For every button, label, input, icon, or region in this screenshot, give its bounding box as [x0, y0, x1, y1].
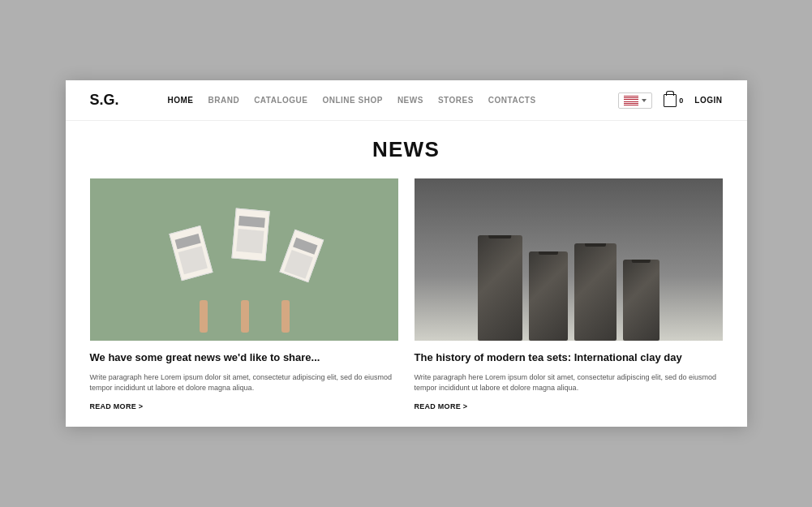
cart-count: 0 — [679, 97, 683, 105]
news-card-2: The history of modern tea sets: Internat… — [415, 178, 723, 410]
browser-window: S.G. HOME BRAND CATALOGUE ONLINE SHOP NE… — [66, 80, 747, 426]
main-nav: HOME BRAND CATALOGUE ONLINE SHOP NEWS ST… — [168, 96, 619, 105]
newspaper-paper-1 — [169, 226, 213, 281]
nav-item-home[interactable]: HOME — [168, 96, 194, 105]
cart-bag-icon — [664, 94, 677, 107]
newspaper-1 — [187, 251, 220, 333]
chevron-down-icon — [642, 99, 647, 102]
news-card-2-body: Write paragraph here Lorem ipsum dolor s… — [415, 372, 723, 394]
nav-item-contacts[interactable]: CONTACTS — [488, 96, 536, 105]
ceramic-vessel-1 — [478, 235, 522, 341]
nav-item-online-shop[interactable]: ONLINE SHOP — [322, 96, 382, 105]
header-right: 0 LOGIN — [618, 92, 722, 109]
news-card-1: We have some great news we'd like to sha… — [90, 178, 398, 410]
hand-stem-2 — [241, 300, 249, 333]
site-logo[interactable]: S.G. — [90, 92, 119, 109]
news-image-1 — [90, 178, 398, 341]
hand-stem-3 — [281, 300, 290, 333]
ceramic-vessel-4 — [623, 260, 659, 341]
newspaper-scene — [90, 178, 398, 341]
newspaper-paper-2 — [231, 208, 269, 261]
news-card-1-read-more[interactable]: READ MORE > — [90, 402, 398, 410]
site-header: S.G. HOME BRAND CATALOGUE ONLINE SHOP NE… — [66, 80, 747, 121]
nav-item-stores[interactable]: STORES — [438, 96, 474, 105]
nav-item-catalogue[interactable]: CATALOGUE — [254, 96, 307, 105]
newspaper-2 — [228, 250, 262, 333]
ceramic-vessel-3 — [574, 243, 617, 341]
news-card-2-read-more[interactable]: READ MORE > — [415, 402, 723, 410]
hand-stem-1 — [200, 300, 208, 333]
nav-item-news[interactable]: NEWS — [397, 96, 423, 105]
news-card-1-body: Write paragraph here Lorem ipsum dolor s… — [90, 372, 398, 394]
ceramic-vessel-2 — [529, 251, 568, 341]
login-button[interactable]: LOGIN — [694, 96, 722, 105]
newspaper-paper-3 — [279, 230, 324, 283]
newspaper-3 — [270, 255, 301, 333]
nav-item-brand[interactable]: BRAND — [208, 96, 240, 105]
flag-us-icon — [624, 96, 638, 105]
news-grid: We have some great news we'd like to sha… — [90, 178, 723, 410]
page-title: NEWS — [90, 137, 723, 162]
cart-button[interactable]: 0 — [664, 94, 683, 107]
news-image-2 — [415, 178, 723, 341]
main-content: NEWS — [66, 121, 747, 426]
news-card-1-title: We have some great news we'd like to sha… — [90, 350, 398, 365]
news-card-2-title: The history of modern tea sets: Internat… — [415, 350, 723, 365]
language-selector[interactable] — [618, 92, 652, 109]
